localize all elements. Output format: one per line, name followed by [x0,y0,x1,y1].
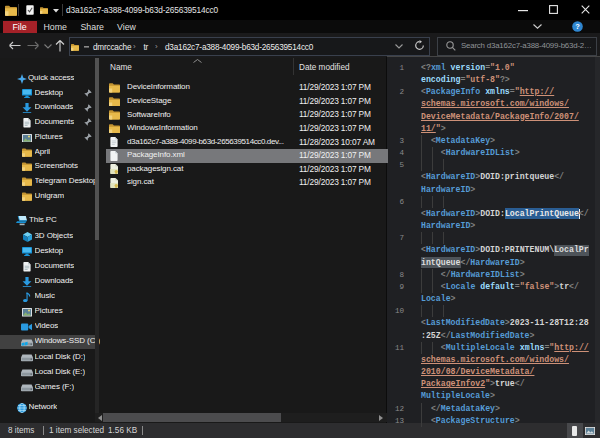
svg-text:?: ? [575,22,580,31]
